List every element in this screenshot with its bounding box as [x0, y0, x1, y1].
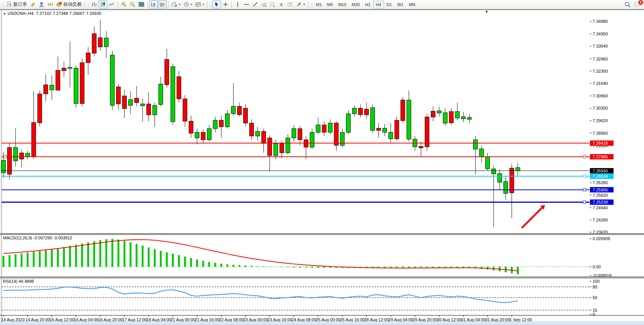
svg-text:E: E: [265, 5, 266, 7]
auto-scroll-button[interactable]: [149, 0, 158, 8]
price-tick-label: 7.34980: [593, 19, 608, 24]
candle-bearish: [395, 120, 399, 139]
candle-bullish: [516, 167, 520, 170]
crosshair-button[interactable]: [221, 0, 230, 8]
time-tick-label: 17 Aug 12:00: [122, 317, 147, 322]
candle-bullish: [491, 169, 496, 174]
chart-canvas[interactable]: 7.349807.343007.336407.329607.323007.316…: [0, 10, 644, 322]
clock-icon: [183, 2, 189, 7]
candle-bearish: [376, 128, 381, 131]
candle-bullish: [128, 100, 132, 105]
arrows-button[interactable]: ▾: [295, 0, 306, 8]
new-order-icon: [6, 2, 12, 7]
toolbar-grip[interactable]: [210, 2, 212, 8]
candle-bullish: [195, 132, 199, 138]
bar-chart-button[interactable]: [90, 0, 99, 8]
profile-button[interactable]: [37, 0, 46, 8]
timeframe-M1[interactable]: M1: [313, 1, 324, 8]
candle-bullish: [74, 68, 78, 104]
candle-bearish: [134, 98, 139, 103]
timeframe-H4[interactable]: H4: [373, 1, 384, 8]
svg-text:F: F: [273, 5, 275, 8]
timeframe-MN[interactable]: MN: [406, 1, 418, 8]
chat-button[interactable]: 1: [634, 1, 642, 8]
rsi-axis-label: 80: [593, 285, 597, 289]
macd-label: MACD(12,26,9) -0.007290 -0.003912: [3, 236, 72, 240]
candle-bearish: [7, 148, 11, 174]
timeframe-D1[interactable]: D1: [384, 1, 395, 8]
periods-button[interactable]: ▾: [182, 0, 194, 8]
zoom-in-icon: [121, 2, 127, 7]
chart-window: 7.349807.343007.336407.329607.323007.316…: [0, 10, 644, 322]
candle-bullish: [110, 55, 115, 105]
time-tick-label: 16 Aug 04:00: [74, 317, 99, 322]
trendline-button[interactable]: [251, 0, 260, 8]
candle-bearish: [322, 125, 326, 132]
text-label-button[interactable]: T: [286, 0, 295, 8]
line-chart-button[interactable]: [107, 0, 116, 8]
candle-bearish: [334, 123, 338, 145]
toolbar-separator: [308, 1, 308, 8]
tile-windows-button[interactable]: [137, 0, 146, 8]
highlight-button[interactable]: [29, 0, 37, 8]
vertical-line-button[interactable]: [233, 0, 242, 8]
candle-bearish: [56, 70, 60, 90]
timeframe-bar: M1M5M15M30H1H4D1W1MN: [313, 1, 418, 8]
line-handle: [583, 201, 586, 204]
candle-bullish: [352, 108, 357, 114]
time-tick-label: 31 Aug 04:00: [461, 317, 486, 322]
channel-button[interactable]: E: [260, 0, 268, 8]
price-tick-label: 7.30300: [593, 106, 608, 110]
fibonacci-button[interactable]: F: [268, 0, 277, 8]
cursor-button[interactable]: [212, 0, 221, 8]
candle-bullish: [50, 85, 54, 90]
timeframe-M15[interactable]: M15: [336, 1, 349, 8]
toolbar-grip[interactable]: [2, 2, 4, 8]
text-icon: A: [279, 2, 284, 7]
zoom-out-button[interactable]: [128, 0, 137, 8]
timeframe-H1[interactable]: H1: [362, 1, 373, 8]
toolbar-grip[interactable]: [87, 2, 89, 8]
price-badge-label: 7.27685: [593, 155, 608, 159]
candle-bearish: [123, 96, 127, 108]
candlestick-chart-button[interactable]: [99, 0, 107, 8]
text-button[interactable]: A: [277, 0, 286, 8]
price-tick-label: 7.32300: [593, 69, 608, 73]
price-badge-label: 7.26930: [593, 169, 608, 173]
candle-bullish: [140, 104, 145, 106]
candle-bearish: [401, 100, 405, 121]
ohlc-close: 7.26930: [86, 11, 101, 16]
auto-trading-button[interactable]: 自动交易: [55, 0, 83, 8]
cursor-icon: [214, 2, 220, 7]
toolbar-separator: [231, 1, 232, 8]
rsi-label: RSI(14) 40.4898: [3, 279, 34, 284]
zoom-in-button[interactable]: [120, 0, 128, 8]
templates-button[interactable]: ▾: [194, 0, 206, 8]
arrows-icon: [296, 2, 302, 7]
price-tick-label: 7.33640: [593, 44, 608, 48]
candle-bearish: [38, 94, 42, 123]
toolbar-separator: [147, 1, 148, 8]
timeframe-M30[interactable]: M30: [349, 1, 362, 8]
candle-bearish: [201, 132, 205, 140]
toolbar-grip[interactable]: [311, 2, 312, 8]
new-order-button[interactable]: 新订单: [5, 0, 29, 8]
dropdown-arrow-icon: ▾: [179, 3, 180, 6]
chart-collapse-arrow[interactable]: ▼: [485, 10, 488, 14]
horizontal-line-button[interactable]: [242, 0, 251, 8]
trendline-icon: [252, 2, 258, 7]
candle-bullish: [389, 132, 393, 139]
candle-bearish: [86, 53, 90, 63]
symbol-dropdown-arrow[interactable]: ▼: [3, 12, 6, 16]
toolbar-separator: [84, 1, 85, 8]
timeframe-W1[interactable]: W1: [395, 1, 406, 8]
crosshair-icon: [223, 2, 228, 7]
candle-bullish: [207, 129, 211, 140]
candle-bullish: [316, 125, 320, 132]
signal-button[interactable]: [46, 0, 55, 8]
svg-text:T: T: [289, 3, 292, 6]
indicators-button[interactable]: ▾: [170, 0, 182, 8]
search-icon[interactable]: [624, 1, 631, 8]
timeframe-M5[interactable]: M5: [324, 1, 335, 8]
chart-shift-button[interactable]: [158, 0, 167, 8]
